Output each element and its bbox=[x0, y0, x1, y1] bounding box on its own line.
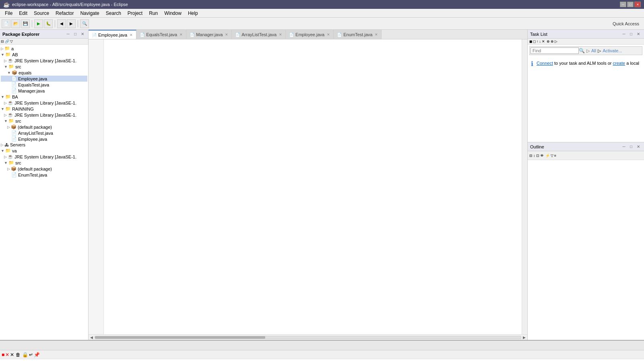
outline-expand-btn[interactable]: ▽ bbox=[551, 154, 553, 158]
maximize-task-button[interactable]: □ bbox=[628, 31, 634, 37]
menu-item-source[interactable]: Source bbox=[31, 10, 52, 17]
find-button[interactable]: 🔍 bbox=[579, 48, 585, 53]
toolbar-save[interactable]: 💾 bbox=[21, 19, 30, 28]
toolbar-search[interactable]: 🔍 bbox=[80, 19, 89, 28]
find-input[interactable] bbox=[530, 47, 579, 54]
outline-hide-btn[interactable]: 👁 bbox=[540, 154, 544, 158]
tree-item[interactable]: 📄EnumTest.java bbox=[1, 172, 87, 178]
task-list-btn5[interactable]: ✕ bbox=[542, 39, 545, 43]
scrollbar-track[interactable] bbox=[95, 336, 521, 339]
toolbar-run[interactable]: ▶ bbox=[34, 19, 43, 28]
tree-item[interactable]: ▷☕JRE System Library [JavaSE-1. bbox=[1, 154, 87, 160]
clear-btn[interactable]: 🗑 bbox=[16, 352, 21, 358]
remove-btn[interactable]: ✕ bbox=[10, 352, 14, 358]
tree-item[interactable]: ▼📁src bbox=[1, 160, 87, 166]
tab-icon: 📄 bbox=[92, 33, 97, 37]
toolbar-back[interactable]: ◀ bbox=[57, 19, 66, 28]
tree-item[interactable]: ▼📦equals bbox=[1, 70, 87, 76]
tree-item[interactable]: ▼📁src bbox=[1, 118, 87, 124]
minimize-button[interactable]: ─ bbox=[620, 2, 626, 7]
collapse-all-button[interactable]: ⊟ bbox=[1, 39, 4, 43]
word-wrap-btn[interactable]: ↵ bbox=[29, 352, 33, 358]
menu-item-file[interactable]: File bbox=[2, 10, 16, 17]
editor-tab-5[interactable]: 📄EnumTest.java✕ bbox=[334, 30, 382, 39]
outline-menu-btn[interactable]: ≡ bbox=[554, 154, 556, 158]
toolbar-new[interactable]: 📄 bbox=[2, 19, 10, 28]
menu-item-help[interactable]: Help bbox=[185, 10, 201, 17]
maximize-outline-button[interactable]: □ bbox=[628, 144, 634, 150]
tab-close-button[interactable]: ✕ bbox=[225, 33, 228, 37]
maximize-button[interactable]: □ bbox=[627, 2, 634, 7]
tab-close-button[interactable]: ✕ bbox=[375, 33, 378, 37]
outline-filter-btn[interactable]: ⊡ bbox=[536, 154, 539, 158]
task-list-btn8[interactable]: ▷ bbox=[555, 39, 557, 43]
tree-item[interactable]: ▷☕JRE System Library [JavaSE-1. bbox=[1, 100, 87, 106]
close-explorer-button[interactable]: ✕ bbox=[79, 31, 86, 37]
minimize-explorer-button[interactable]: ─ bbox=[65, 31, 71, 37]
toolbar-fwd[interactable]: ▶ bbox=[67, 19, 76, 28]
toolbar-debug[interactable]: 🐛 bbox=[44, 19, 53, 28]
minimize-task-button[interactable]: ─ bbox=[621, 31, 627, 37]
editor-tab-3[interactable]: 📄ArrayListTest.java✕ bbox=[232, 30, 286, 39]
maximize-explorer-button[interactable]: □ bbox=[72, 31, 78, 37]
tree-item[interactable]: 📄ArrayListTest.java bbox=[1, 130, 87, 136]
menu-item-search[interactable]: Search bbox=[103, 10, 124, 17]
menu-item-project[interactable]: Project bbox=[124, 10, 146, 17]
tree-item[interactable]: ▼📁src bbox=[1, 64, 87, 70]
scroll-lock-btn[interactable]: 🔒 bbox=[22, 352, 28, 358]
task-list-btn1[interactable]: ◼ bbox=[529, 39, 532, 43]
filter-all-label[interactable]: All bbox=[591, 48, 596, 53]
tree-item[interactable]: 📄Employee.java bbox=[1, 76, 87, 82]
menu-item-window[interactable]: Window bbox=[161, 10, 185, 17]
menu-item-run[interactable]: Run bbox=[146, 10, 161, 17]
horizontal-scrollbar[interactable]: ◀ ▶ bbox=[89, 334, 527, 340]
tree-item[interactable]: 📄EqualsTest.java bbox=[1, 82, 87, 88]
tree-item[interactable]: ▷☕JRE System Library [JavaSE-1. bbox=[1, 112, 87, 118]
editor-tab-4[interactable]: 📄Employee.java✕ bbox=[286, 30, 334, 39]
tab-close-button[interactable]: ✕ bbox=[327, 33, 330, 37]
connect-link[interactable]: Connect bbox=[537, 61, 553, 66]
link-editor-button[interactable]: 🔗 bbox=[5, 39, 9, 43]
explorer-view-menu[interactable]: ▽ bbox=[10, 39, 13, 43]
tree-item[interactable]: ▼📁va bbox=[1, 148, 87, 154]
outline-collapse-btn[interactable]: ⊟ bbox=[529, 154, 533, 158]
menu-item-refactor[interactable]: Refactor bbox=[52, 10, 77, 17]
outline-sort-btn[interactable]: ↕ bbox=[533, 154, 535, 158]
tree-item[interactable]: 📄Manager.java bbox=[1, 88, 87, 94]
menu-item-navigate[interactable]: Navigate bbox=[77, 10, 102, 17]
editor-tab-2[interactable]: 📄Manager.java✕ bbox=[186, 30, 232, 39]
minimize-outline-button[interactable]: ─ bbox=[621, 144, 627, 150]
editor-tab-1[interactable]: 📄EqualsTest.java✕ bbox=[136, 30, 186, 39]
tree-item[interactable]: ▼📁RAINNING bbox=[1, 106, 87, 112]
tree-item[interactable]: ▷📁a bbox=[1, 45, 87, 51]
tree-item[interactable]: ▷🖧Servers bbox=[1, 142, 87, 148]
task-list-btn6[interactable]: ⊕ bbox=[547, 39, 550, 43]
editor-tab-0[interactable]: 📄Employee.java✕ bbox=[89, 30, 136, 39]
toolbar-open[interactable]: 📂 bbox=[11, 19, 20, 28]
terminate-btn[interactable]: ✕ bbox=[5, 352, 9, 358]
task-list-btn4[interactable]: ↓ bbox=[539, 39, 541, 43]
tab-close-button[interactable]: ✕ bbox=[279, 33, 282, 37]
tree-item[interactable]: ▷📦(default package) bbox=[1, 166, 87, 172]
task-list-btn7[interactable]: ⊗ bbox=[551, 39, 554, 43]
tree-item[interactable]: 📄Employee.java bbox=[1, 136, 87, 142]
stop-btn[interactable]: ■ bbox=[2, 352, 4, 358]
task-list-btn2[interactable]: ◻ bbox=[533, 39, 536, 43]
tree-item[interactable]: ▷📦(default package) bbox=[1, 124, 87, 130]
close-outline-button[interactable]: ✕ bbox=[635, 144, 642, 150]
tab-close-button[interactable]: ✕ bbox=[130, 33, 133, 37]
outline-link-btn[interactable]: ⚡ bbox=[545, 154, 550, 158]
tab-close-button[interactable]: ✕ bbox=[180, 33, 183, 37]
close-button[interactable]: ✕ bbox=[634, 2, 641, 7]
task-list-btn3[interactable]: ↑ bbox=[537, 39, 539, 43]
tree-item[interactable]: ▼📁AB bbox=[1, 51, 87, 58]
close-task-button[interactable]: ✕ bbox=[635, 31, 642, 37]
activate-label[interactable]: Activate... bbox=[603, 48, 622, 53]
tree-item[interactable]: ▷☕JRE System Library [JavaSE-1. bbox=[1, 58, 87, 64]
pin-btn[interactable]: 📌 bbox=[34, 352, 40, 358]
code-editor[interactable] bbox=[104, 39, 522, 334]
create-link[interactable]: create bbox=[613, 61, 625, 66]
menu-item-edit[interactable]: Edit bbox=[16, 10, 31, 17]
editor-scrollbar[interactable] bbox=[522, 39, 527, 334]
tree-item[interactable]: ▼📁BA bbox=[1, 94, 87, 100]
